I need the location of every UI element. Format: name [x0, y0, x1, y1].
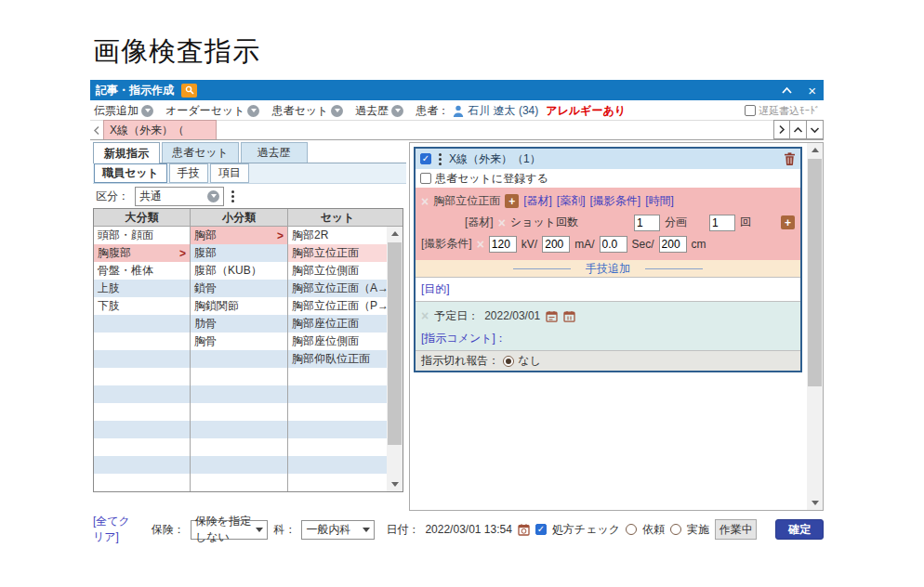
tab-patient-set[interactable]: 患者セット	[162, 142, 239, 163]
table-cell	[191, 403, 288, 421]
close-icon[interactable]: ×	[808, 84, 816, 98]
ma-unit: mA/	[574, 238, 594, 251]
right-panel-scrollbar[interactable]	[807, 143, 823, 510]
table-cell[interactable]: 胸鎖関節	[191, 297, 288, 315]
register-checkbox[interactable]	[420, 173, 431, 184]
jikan-link[interactable]: [時間]	[645, 193, 674, 209]
table-cell[interactable]: 胸部座位正面	[288, 315, 387, 333]
subtab-item[interactable]: 項目	[210, 163, 249, 183]
scrollbar-thumb[interactable]	[808, 159, 822, 386]
table-cell[interactable]: 鎖骨	[191, 280, 288, 297]
left-table-scrollbar[interactable]	[387, 227, 403, 491]
condition-remove-icon[interactable]: ×	[477, 238, 484, 251]
procedure-remove-icon[interactable]: ×	[421, 195, 429, 208]
scroll-down-icon[interactable]	[387, 477, 403, 491]
table-cell[interactable]: 下肢	[94, 297, 191, 315]
scroll-up-icon[interactable]	[387, 227, 403, 241]
clear-all-link[interactable]: [全てクリア]	[93, 514, 140, 545]
trash-icon[interactable]	[784, 152, 796, 165]
tab-move-up-icon[interactable]	[790, 120, 807, 139]
table-row: 下肢胸鎖関節胸部立位正面（P→A）	[94, 297, 387, 315]
table-cell[interactable]: 胸部座位側面	[288, 333, 387, 350]
chevron-down-icon	[391, 105, 403, 117]
shot-count-input[interactable]	[634, 215, 660, 231]
tab-move-down-icon[interactable]	[807, 120, 824, 139]
table-cell[interactable]: 胸部>	[191, 227, 288, 244]
kizai-link[interactable]: [器材]	[523, 193, 552, 209]
bunga-input[interactable]	[709, 215, 735, 231]
menu-denpyo-tsuika[interactable]: 伝票追加	[94, 103, 153, 119]
table-cell[interactable]: 頭部・顔面	[94, 227, 191, 244]
table-cell[interactable]: 骨盤・椎体	[94, 262, 191, 280]
expire-report-radio[interactable]	[503, 356, 514, 367]
subtab-staff-set[interactable]: 職員セット	[94, 163, 167, 183]
kubun-select[interactable]: 共通	[135, 187, 224, 206]
order-checkbox[interactable]	[420, 153, 431, 164]
patient-name[interactable]: 石川 遼太 (34)	[468, 103, 538, 119]
tab-new-order[interactable]: 新規指示	[93, 142, 160, 163]
sec-input[interactable]	[600, 236, 627, 253]
calendar-day-icon[interactable]	[546, 310, 558, 322]
request-radio[interactable]	[626, 524, 637, 535]
cell-label: 胸部立位側面	[292, 263, 359, 279]
satsuei-joken-link[interactable]: [撮影条件]	[590, 193, 641, 209]
order-kebab-icon[interactable]	[437, 153, 443, 165]
implement-radio[interactable]	[670, 524, 681, 535]
table-cell[interactable]: 胸部立位正面（A→P）	[288, 280, 387, 297]
menu-order-set[interactable]: オーダーセット	[165, 103, 259, 119]
cell-label: 下肢	[98, 298, 120, 314]
implement-label: 実施	[687, 522, 709, 538]
schedule-remove-icon[interactable]: ×	[421, 309, 429, 322]
ma-input[interactable]	[542, 236, 570, 253]
tab-nav-left-icon[interactable]	[90, 121, 103, 139]
column-header-minor: 小分類	[191, 209, 288, 226]
order-window: 記事・指示作成 × 伝票追加 オーダーセット 患者セット 過去歴	[90, 80, 824, 541]
collapse-icon[interactable]	[781, 86, 793, 95]
working-button[interactable]: 作業中	[715, 519, 758, 540]
scrollbar-thumb[interactable]	[388, 242, 402, 445]
table-cell	[191, 385, 288, 403]
expire-report-row: 指示切れ報告： なし	[416, 350, 800, 371]
tab-history[interactable]: 過去歴	[241, 142, 308, 163]
shot-unit1: 分画	[665, 215, 687, 230]
menu-history[interactable]: 過去歴	[355, 103, 403, 119]
scroll-up-icon[interactable]	[807, 143, 823, 157]
table-cell[interactable]: 胸腹部>	[94, 244, 191, 262]
table-cell[interactable]: 胸部2R	[288, 227, 387, 244]
add-procedure-bar[interactable]: 手技追加	[416, 260, 800, 277]
kebab-menu-icon[interactable]	[230, 190, 236, 202]
scroll-down-icon[interactable]	[807, 496, 823, 510]
table-cell[interactable]: 胸部仰臥位正面	[288, 350, 387, 368]
search-icon[interactable]	[181, 84, 197, 98]
delay-write-group: 遅延書込ﾓｰﾄﾞ	[745, 104, 820, 118]
table-cell[interactable]: 胸部立位正面（P→A）	[288, 297, 387, 315]
yakuzai-link[interactable]: [薬剤]	[557, 193, 586, 209]
cm-input[interactable]	[659, 236, 687, 253]
tab-nav-right-icon[interactable]	[773, 120, 790, 139]
confirm-button[interactable]: 確定	[775, 519, 824, 540]
table-cell[interactable]: 上肢	[94, 280, 191, 297]
comment-link[interactable]: [指示コメント]：	[421, 331, 507, 346]
table-cell[interactable]: 肋骨	[191, 315, 288, 333]
delay-write-checkbox[interactable]	[745, 105, 756, 116]
kv-input[interactable]	[489, 236, 517, 253]
subtab-technique[interactable]: 手技	[169, 163, 208, 183]
table-cell[interactable]: 腹部	[191, 244, 288, 262]
table-cell[interactable]: 腹部（KUB）	[191, 262, 288, 280]
rx-check-checkbox[interactable]	[535, 524, 547, 535]
kizai-remove-icon[interactable]: ×	[498, 216, 506, 229]
add-procedure-label[interactable]: 手技追加	[586, 261, 630, 277]
table-cell[interactable]: 胸骨	[191, 333, 288, 350]
calendar-month-icon[interactable]	[563, 310, 575, 322]
cell-label: 胸腹部	[98, 245, 131, 261]
add-kizai-icon[interactable]: +	[781, 215, 795, 229]
department-select[interactable]: 一般内科	[301, 520, 375, 540]
add-detail-icon[interactable]: +	[505, 194, 519, 208]
calendar-icon[interactable]	[518, 523, 530, 536]
purpose-link[interactable]: [目的]	[421, 281, 450, 297]
insurance-select[interactable]: 保険を指定しない	[191, 520, 269, 540]
menu-patient-set[interactable]: 患者セット	[271, 103, 343, 119]
table-cell[interactable]: 胸部立位正面	[288, 244, 387, 262]
order-tab-xray[interactable]: X線（外来）（	[103, 120, 217, 139]
table-cell[interactable]: 胸部立位側面	[288, 262, 387, 280]
